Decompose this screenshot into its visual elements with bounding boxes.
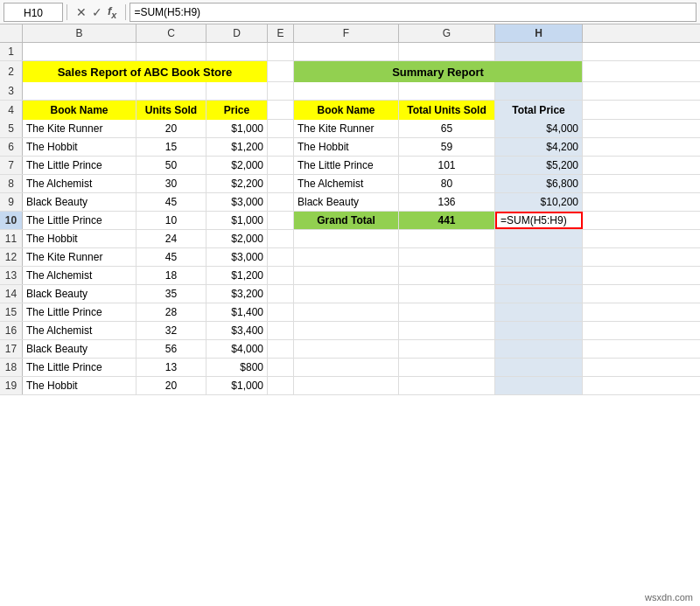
cell-h14[interactable] — [495, 285, 583, 303]
cell-f8[interactable]: The Alchemist — [294, 175, 399, 192]
cell-c5[interactable]: 20 — [136, 120, 206, 137]
col-header-d[interactable]: D — [206, 24, 268, 42]
cell-h6[interactable]: $4,200 — [495, 138, 583, 156]
cell-d15[interactable]: $1,400 — [206, 303, 268, 321]
cell-h3[interactable] — [495, 82, 583, 100]
cell-e13[interactable] — [268, 267, 294, 284]
cell-g8[interactable]: 80 — [399, 175, 495, 192]
cell-e19[interactable] — [268, 377, 294, 394]
cell-d11[interactable]: $2,000 — [206, 230, 268, 247]
cell-f14[interactable] — [294, 285, 399, 303]
cell-c9[interactable]: 45 — [136, 193, 206, 211]
cell-f2[interactable]: Summary Report — [294, 61, 583, 82]
cell-c18[interactable]: 13 — [136, 359, 206, 376]
cell-c12[interactable]: 45 — [136, 248, 206, 266]
cell-f6[interactable]: The Hobbit — [294, 138, 399, 156]
cell-b7[interactable]: The Little Prince — [23, 157, 136, 174]
cell-g1[interactable] — [399, 43, 495, 60]
cell-h8[interactable]: $6,800 — [495, 175, 583, 192]
cell-c3[interactable] — [136, 82, 206, 100]
cell-g15[interactable] — [399, 303, 495, 321]
cell-e6[interactable] — [268, 138, 294, 156]
col-header-g[interactable]: G — [399, 24, 495, 42]
cell-e18[interactable] — [268, 359, 294, 376]
cell-h19[interactable] — [495, 377, 583, 394]
cell-c1[interactable] — [136, 43, 206, 60]
cell-h1[interactable] — [495, 43, 583, 60]
cell-d1[interactable] — [206, 43, 268, 60]
cell-g3[interactable] — [399, 82, 495, 100]
cell-f13[interactable] — [294, 267, 399, 284]
cell-b13[interactable]: The Alchemist — [23, 267, 136, 284]
cell-e8[interactable] — [268, 175, 294, 192]
cell-d6[interactable]: $1,200 — [206, 138, 268, 156]
cell-b19[interactable]: The Hobbit — [23, 377, 136, 394]
cell-e10[interactable] — [268, 212, 294, 229]
cell-h10[interactable]: =SUM(H5:H9) — [495, 212, 583, 229]
cell-h17[interactable] — [495, 340, 583, 358]
cell-h11[interactable] — [495, 230, 583, 247]
col-header-b[interactable]: B — [23, 24, 136, 42]
col-header-h[interactable]: H — [495, 24, 583, 42]
cell-c4[interactable]: Units Sold — [136, 101, 206, 120]
cell-b3[interactable] — [23, 82, 136, 100]
cell-b10[interactable]: The Little Prince — [23, 212, 136, 229]
cell-h7[interactable]: $5,200 — [495, 157, 583, 174]
cell-f11[interactable] — [294, 230, 399, 247]
cancel-icon[interactable]: ✕ — [76, 5, 87, 19]
cell-c8[interactable]: 30 — [136, 175, 206, 192]
formula-input[interactable] — [130, 3, 696, 22]
cell-g5[interactable]: 65 — [399, 120, 495, 137]
cell-g10[interactable]: 441 — [399, 212, 495, 229]
cell-f1[interactable] — [294, 43, 399, 60]
cell-d18[interactable]: $800 — [206, 359, 268, 376]
cell-d13[interactable]: $1,200 — [206, 267, 268, 284]
cell-e15[interactable] — [268, 303, 294, 321]
cell-f19[interactable] — [294, 377, 399, 394]
cell-b5[interactable]: The Kite Runner — [23, 120, 136, 137]
function-icon[interactable]: fx — [108, 4, 116, 20]
cell-b4[interactable]: Book Name — [23, 101, 136, 120]
cell-d4[interactable]: Price — [206, 101, 268, 120]
cell-b9[interactable]: Black Beauty — [23, 193, 136, 211]
cell-b15[interactable]: The Little Prince — [23, 303, 136, 321]
cell-h4[interactable]: Total Price — [495, 101, 583, 120]
cell-c6[interactable]: 15 — [136, 138, 206, 156]
cell-b12[interactable]: The Kite Runner — [23, 248, 136, 266]
cell-d8[interactable]: $2,200 — [206, 175, 268, 192]
cell-d12[interactable]: $3,000 — [206, 248, 268, 266]
cell-h13[interactable] — [495, 267, 583, 284]
cell-g9[interactable]: 136 — [399, 193, 495, 211]
cell-d16[interactable]: $3,400 — [206, 322, 268, 339]
cell-d9[interactable]: $3,000 — [206, 193, 268, 211]
cell-b1[interactable] — [23, 43, 136, 60]
cell-b8[interactable]: The Alchemist — [23, 175, 136, 192]
cell-f5[interactable]: The Kite Runner — [294, 120, 399, 137]
col-header-e[interactable]: E — [268, 24, 294, 42]
cell-d17[interactable]: $4,000 — [206, 340, 268, 358]
cell-e2[interactable] — [268, 61, 294, 82]
cell-g16[interactable] — [399, 322, 495, 339]
cell-h16[interactable] — [495, 322, 583, 339]
cell-c10[interactable]: 10 — [136, 212, 206, 229]
cell-e16[interactable] — [268, 322, 294, 339]
cell-c17[interactable]: 56 — [136, 340, 206, 358]
cell-c16[interactable]: 32 — [136, 322, 206, 339]
cell-g11[interactable] — [399, 230, 495, 247]
cell-c7[interactable]: 50 — [136, 157, 206, 174]
cell-e14[interactable] — [268, 285, 294, 303]
cell-e17[interactable] — [268, 340, 294, 358]
cell-h9[interactable]: $10,200 — [495, 193, 583, 211]
cell-h15[interactable] — [495, 303, 583, 321]
cell-f7[interactable]: The Little Prince — [294, 157, 399, 174]
cell-g6[interactable]: 59 — [399, 138, 495, 156]
cell-b6[interactable]: The Hobbit — [23, 138, 136, 156]
cell-f10[interactable]: Grand Total — [294, 212, 399, 229]
cell-b16[interactable]: The Alchemist — [23, 322, 136, 339]
cell-b14[interactable]: Black Beauty — [23, 285, 136, 303]
cell-d14[interactable]: $3,200 — [206, 285, 268, 303]
cell-c11[interactable]: 24 — [136, 230, 206, 247]
cell-g12[interactable] — [399, 248, 495, 266]
cell-h12[interactable] — [495, 248, 583, 266]
cell-d7[interactable]: $2,000 — [206, 157, 268, 174]
